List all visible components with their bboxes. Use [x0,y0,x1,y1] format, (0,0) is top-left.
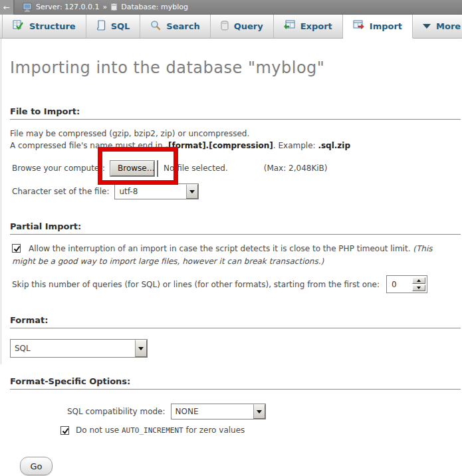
export-icon [284,20,295,33]
stepper-down-button[interactable] [412,285,425,291]
browse-row: Browse your computer: Browse… No file se… [12,160,461,177]
file-input-divider [157,160,158,177]
breadcrumb-separator: » [103,3,108,11]
allow-interruption-text: Allow the interruption of an import in c… [29,244,413,253]
tab-label: Query [234,21,263,31]
main-content: Importing into the database "myblog" Fil… [0,59,462,475]
auto-increment-checkbox[interactable] [60,426,69,435]
skip-queries-row: Skip this number of queries (for SQL) or… [12,275,461,293]
tab-sql[interactable]: SQL [86,15,141,38]
auto-increment-label: Do not use AUTO_INCREMENT for zero value… [76,425,245,435]
tab-export[interactable]: Export [274,15,343,38]
tab-label: Structure [29,21,76,31]
charset-row: Character set of the file: utf-8 [12,183,461,200]
dropdown-arrow-icon[interactable] [253,404,265,419]
go-button[interactable]: Go [20,457,53,475]
compression-note-line1: File may be compressed (gzip, bzip2, zip… [10,128,461,139]
section-heading-format: Format: [10,315,461,328]
page-title: Importing into the database "myblog" [10,59,461,77]
auto-increment-row: Do not use AUTO_INCREMENT for zero value… [12,425,461,435]
search-icon [150,20,161,33]
breadcrumb-database[interactable]: Database: myblog [121,3,188,11]
tab-more[interactable]: More [413,15,462,38]
tab-structure[interactable]: Structure [2,15,86,38]
charset-label: Character set of the file: [12,187,109,196]
compression-note-line2: A compressed file's name must end in .[f… [10,140,461,151]
sql-icon [96,20,106,33]
import-icon [353,20,364,33]
breadcrumb-bar: ← Server: 127.0.0.1 » Database: myblog [0,0,462,15]
browse-label: Browse your computer: [12,164,105,173]
section-heading-partial-import: Partial Import: [10,221,461,235]
back-arrow-icon: ← [3,3,10,12]
skip-queries-label: Skip this number of queries (for SQL) or… [12,280,380,289]
sql-compatibility-select[interactable]: NONE [171,404,266,419]
database-icon [110,3,118,11]
example-extension: .sql.zip [318,141,350,150]
structure-icon [13,20,24,33]
tab-label: More [436,21,461,31]
stepper-up-button[interactable] [412,277,425,284]
section-heading-format-specific-options: Format-Specific Options: [10,376,461,390]
query-icon [221,21,229,33]
content-left-border [1,39,1,364]
chevron-down-icon [423,24,431,29]
dropdown-arrow-icon[interactable] [135,340,147,357]
back-button[interactable]: ← [0,0,15,15]
allow-interruption-checkbox[interactable] [12,244,21,253]
sql-compatibility-label: SQL compatibility mode: [67,407,166,416]
format-select[interactable]: SQL [10,339,148,358]
tab-query[interactable]: Query [211,15,274,38]
tab-label: SQL [111,21,130,31]
breadcrumb: Server: 127.0.0.1 » Database: myblog [23,3,188,12]
dropdown-arrow-icon[interactable] [186,184,198,199]
server-icon [23,3,33,12]
max-size-text: (Max: 2,048KiB) [264,164,328,173]
tab-bar: Structure SQL Search Query Export Import… [0,15,462,39]
skip-queries-stepper[interactable]: 0 [386,275,427,293]
format-compression-pattern: .[format].[compression] [165,141,273,150]
auto-increment-code: AUTO_INCREMENT [122,426,183,435]
tab-label: Export [300,21,332,31]
browse-button[interactable]: Browse… [110,161,154,176]
skip-queries-value: 0 [388,277,412,291]
section-heading-file-to-import: File to Import: [10,106,461,120]
charset-select[interactable]: utf-8 [114,183,199,199]
tab-label: Import [370,21,402,31]
breadcrumb-server[interactable]: Server: 127.0.0.1 [36,3,100,11]
tab-label: Search [166,21,199,31]
sql-compatibility-row: SQL compatibility mode: NONE [12,404,461,419]
tab-import[interactable]: Import [343,15,413,39]
no-file-selected-text: No file selected. [164,164,228,173]
tab-search[interactable]: Search [140,15,210,38]
allow-interruption-paragraph: Allow the interruption of an import in c… [12,243,456,268]
